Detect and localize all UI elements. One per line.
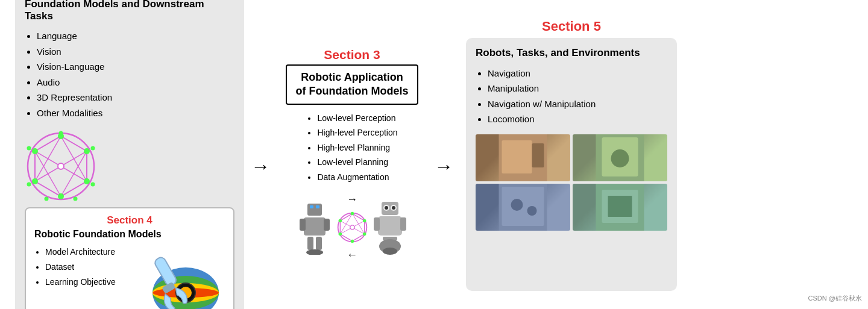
robot-arrows: → ← (336, 193, 369, 261)
section3-wrapper: Section 3 Robotic Application of Foundat… (274, 48, 430, 261)
robot1-icon (297, 201, 333, 255)
svg-point-10 (84, 178, 90, 184)
bullet-dataset: Dataset (45, 260, 134, 275)
section2-wrapper: Section 2 Foundation Models and Downstre… (12, 0, 247, 309)
robot-arm-icon (140, 245, 225, 309)
svg-point-72 (527, 206, 537, 216)
section4-label: Section 4 (34, 214, 225, 226)
svg-rect-35 (324, 219, 330, 231)
section4-title: Robotic Foundation Models (34, 229, 225, 240)
robots-area: → ← (297, 193, 408, 261)
section5-label: Section 5 (542, 19, 601, 34)
svg-rect-58 (374, 217, 380, 231)
section2-box: Foundation Models and Downstream Tasks L… (15, 0, 244, 309)
svg-rect-57 (378, 216, 402, 236)
svg-point-55 (385, 206, 388, 210)
svg-point-49 (338, 233, 342, 236)
bullet-vision-language: Vision-Language (37, 59, 234, 75)
bullet-learning: Learning Objective (45, 275, 134, 290)
robot-img-3 (476, 184, 570, 231)
arrow-right-icon: → (347, 193, 357, 206)
svg-point-16 (91, 146, 95, 151)
svg-point-11 (58, 193, 64, 199)
bullet-locomotion: Locomotion (488, 111, 667, 127)
svg-point-18 (27, 183, 31, 187)
section3-bullet-list: Low-level Perception High-level Percepti… (306, 111, 397, 185)
svg-point-15 (59, 131, 63, 136)
bullet-manipulation: Manipulation (488, 81, 667, 96)
section5-bullet-list: Navigation Manipulation Navigation w/ Ma… (476, 66, 667, 127)
svg-rect-37 (316, 237, 322, 250)
section4-box: Section 4 Robotic Foundation Models Mode… (25, 207, 234, 309)
svg-rect-65 (532, 143, 544, 167)
svg-rect-70 (502, 187, 544, 226)
svg-rect-31 (310, 205, 313, 208)
bullet-vision: Vision (37, 44, 234, 60)
svg-point-46 (362, 219, 366, 223)
svg-point-19 (91, 183, 95, 187)
bullet-lowlevel-plan: Low-level Planning (317, 155, 397, 170)
bullet-language: Language (37, 28, 234, 44)
main-container: Section 2 Foundation Models and Downstre… (12, 7, 856, 302)
svg-point-50 (338, 219, 342, 223)
section5-title: Robots, Tasks, and Environments (476, 46, 667, 60)
bullet-highlevel-perc: High-level Perception (317, 125, 397, 140)
watermark-text: CSDN @硅谷秋水 (808, 294, 862, 303)
svg-point-20 (45, 197, 49, 201)
section5-wrapper: Section 5 Robots, Tasks, and Environment… (463, 19, 680, 291)
svg-point-68 (611, 149, 629, 167)
svg-rect-59 (400, 217, 406, 231)
bullet-3d: 3D Representation (37, 90, 234, 105)
svg-rect-64 (502, 140, 532, 173)
arrow-sec3-to-sec5: → (430, 155, 457, 178)
svg-rect-34 (300, 219, 306, 231)
bullet-navigation: Navigation (488, 66, 667, 81)
section3-title: Robotic Application of Foundation Models (295, 70, 409, 99)
svg-point-21 (74, 197, 78, 201)
section3-label: Section 3 (324, 48, 380, 62)
robot-img-4 (573, 184, 667, 231)
section5-box: Robots, Tasks, and Environments Navigati… (466, 38, 677, 291)
arrow-left-icon: ← (347, 249, 357, 261)
svg-point-13 (32, 148, 38, 154)
svg-rect-33 (304, 217, 326, 236)
svg-point-14 (58, 163, 64, 169)
svg-point-51 (350, 225, 354, 229)
arrow-sec2-to-sec3: → (247, 155, 274, 178)
robot-image-grid (476, 134, 667, 231)
svg-point-12 (32, 178, 38, 184)
svg-point-47 (362, 233, 366, 236)
svg-rect-32 (316, 205, 319, 208)
bullet-data-aug: Data Augmentation (317, 170, 397, 185)
svg-point-62 (383, 248, 397, 255)
bullet-highlevel-plan: High-level Planning (317, 140, 397, 155)
section3-box: Robotic Application of Foundation Models (286, 64, 418, 105)
svg-rect-75 (608, 196, 632, 217)
svg-point-38 (306, 249, 323, 255)
bullet-other: Other Modalities (37, 105, 234, 121)
svg-point-45 (350, 212, 354, 216)
robot2-icon (372, 201, 408, 255)
svg-point-71 (511, 199, 523, 211)
robot-img-2 (573, 134, 667, 181)
bullet-lowlevel-perc: Low-level Perception (317, 111, 397, 126)
section2-bullet-list: Language Vision Vision-Language Audio 3D… (25, 28, 234, 120)
svg-point-48 (350, 240, 354, 243)
mini-network-icon (336, 211, 369, 244)
network-graph-icon (25, 130, 97, 202)
svg-point-9 (84, 148, 90, 154)
section4-bullet-list: Model Architecture Dataset Learning Obje… (34, 245, 134, 290)
bullet-audio: Audio (37, 75, 234, 90)
svg-rect-36 (307, 237, 313, 250)
svg-point-17 (27, 146, 31, 151)
bullet-nav-manip: Navigation w/ Manipulation (488, 96, 667, 112)
section2-title: Foundation Models and Downstream Tasks (25, 0, 234, 22)
svg-rect-30 (307, 204, 322, 216)
svg-point-56 (392, 206, 395, 210)
section4-content: Model Architecture Dataset Learning Obje… (34, 245, 225, 309)
robot-img-1 (476, 134, 570, 181)
bullet-model-arch: Model Architecture (45, 245, 134, 260)
